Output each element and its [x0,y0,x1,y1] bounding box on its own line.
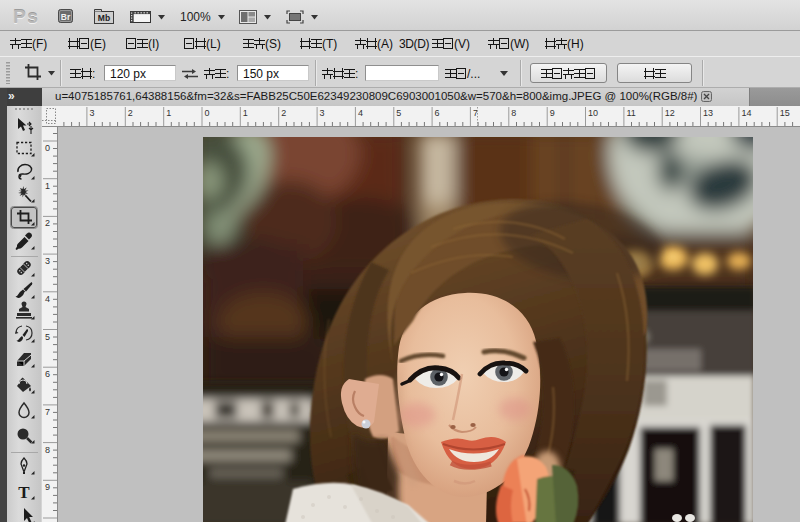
svg-text:4: 4 [45,294,50,304]
svg-text:Br: Br [61,12,71,22]
svg-text:9: 9 [45,482,50,492]
svg-text:5: 5 [396,108,401,118]
svg-text:3: 3 [89,108,94,118]
svg-text:3: 3 [320,108,325,118]
svg-text:6: 6 [45,369,50,379]
svg-text:4: 4 [358,108,363,118]
svg-text:T: T [18,483,30,502]
svg-text:0: 0 [205,108,210,118]
svg-text:1: 1 [45,181,50,191]
svg-text:11: 11 [626,108,635,118]
svg-text:2: 2 [128,108,133,118]
svg-text:1: 1 [166,108,171,118]
svg-text:8: 8 [45,445,50,455]
svg-text:14: 14 [741,108,751,118]
svg-text:15: 15 [780,108,790,118]
svg-text:1: 1 [243,108,248,118]
svg-text:0: 0 [45,143,50,153]
svg-text:7: 7 [45,407,50,417]
svg-text:13: 13 [703,108,713,118]
svg-text:9: 9 [550,108,555,118]
svg-text:6: 6 [435,108,440,118]
svg-text:10: 10 [588,108,598,118]
svg-text:3: 3 [45,256,50,266]
svg-text:2: 2 [281,108,286,118]
svg-text:Mb: Mb [98,13,110,23]
svg-text:12: 12 [665,108,675,118]
svg-text:2: 2 [45,218,50,228]
svg-text:5: 5 [45,332,50,342]
svg-text:8: 8 [511,108,516,118]
